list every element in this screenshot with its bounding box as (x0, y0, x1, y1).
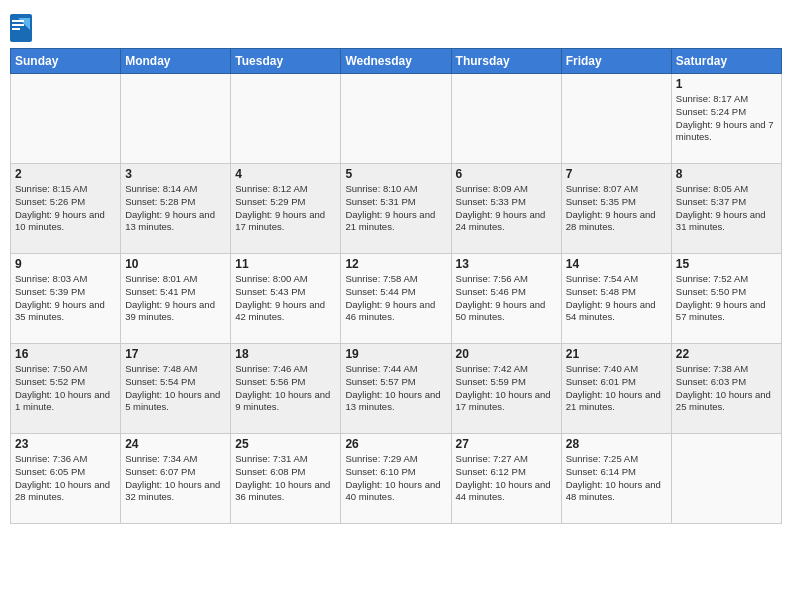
day-number: 28 (566, 437, 667, 451)
calendar-cell: 24Sunrise: 7:34 AM Sunset: 6:07 PM Dayli… (121, 434, 231, 524)
calendar-cell: 5Sunrise: 8:10 AM Sunset: 5:31 PM Daylig… (341, 164, 451, 254)
calendar-cell: 26Sunrise: 7:29 AM Sunset: 6:10 PM Dayli… (341, 434, 451, 524)
weekday-header-wednesday: Wednesday (341, 49, 451, 74)
day-info: Sunrise: 7:58 AM Sunset: 5:44 PM Dayligh… (345, 273, 446, 324)
week-row-3: 16Sunrise: 7:50 AM Sunset: 5:52 PM Dayli… (11, 344, 782, 434)
day-number: 17 (125, 347, 226, 361)
calendar-cell: 11Sunrise: 8:00 AM Sunset: 5:43 PM Dayli… (231, 254, 341, 344)
day-number: 13 (456, 257, 557, 271)
day-number: 23 (15, 437, 116, 451)
calendar-cell (451, 74, 561, 164)
logo (10, 14, 36, 42)
day-info: Sunrise: 7:50 AM Sunset: 5:52 PM Dayligh… (15, 363, 116, 414)
calendar-cell: 9Sunrise: 8:03 AM Sunset: 5:39 PM Daylig… (11, 254, 121, 344)
calendar-cell: 16Sunrise: 7:50 AM Sunset: 5:52 PM Dayli… (11, 344, 121, 434)
weekday-header-sunday: Sunday (11, 49, 121, 74)
logo-icon (10, 14, 32, 42)
day-info: Sunrise: 7:46 AM Sunset: 5:56 PM Dayligh… (235, 363, 336, 414)
day-info: Sunrise: 7:38 AM Sunset: 6:03 PM Dayligh… (676, 363, 777, 414)
day-info: Sunrise: 8:01 AM Sunset: 5:41 PM Dayligh… (125, 273, 226, 324)
calendar-cell: 14Sunrise: 7:54 AM Sunset: 5:48 PM Dayli… (561, 254, 671, 344)
day-number: 5 (345, 167, 446, 181)
day-info: Sunrise: 8:07 AM Sunset: 5:35 PM Dayligh… (566, 183, 667, 234)
calendar-cell: 4Sunrise: 8:12 AM Sunset: 5:29 PM Daylig… (231, 164, 341, 254)
calendar-cell: 21Sunrise: 7:40 AM Sunset: 6:01 PM Dayli… (561, 344, 671, 434)
svg-rect-4 (12, 28, 20, 30)
calendar-cell: 1Sunrise: 8:17 AM Sunset: 5:24 PM Daylig… (671, 74, 781, 164)
calendar-cell (671, 434, 781, 524)
day-info: Sunrise: 7:36 AM Sunset: 6:05 PM Dayligh… (15, 453, 116, 504)
day-number: 16 (15, 347, 116, 361)
calendar-cell (231, 74, 341, 164)
header (10, 10, 782, 42)
calendar-cell (561, 74, 671, 164)
day-info: Sunrise: 8:00 AM Sunset: 5:43 PM Dayligh… (235, 273, 336, 324)
day-info: Sunrise: 8:14 AM Sunset: 5:28 PM Dayligh… (125, 183, 226, 234)
weekday-header-tuesday: Tuesday (231, 49, 341, 74)
day-number: 24 (125, 437, 226, 451)
calendar-cell: 10Sunrise: 8:01 AM Sunset: 5:41 PM Dayli… (121, 254, 231, 344)
calendar-cell: 13Sunrise: 7:56 AM Sunset: 5:46 PM Dayli… (451, 254, 561, 344)
day-info: Sunrise: 7:34 AM Sunset: 6:07 PM Dayligh… (125, 453, 226, 504)
day-number: 27 (456, 437, 557, 451)
calendar-cell: 22Sunrise: 7:38 AM Sunset: 6:03 PM Dayli… (671, 344, 781, 434)
calendar-cell: 20Sunrise: 7:42 AM Sunset: 5:59 PM Dayli… (451, 344, 561, 434)
day-number: 3 (125, 167, 226, 181)
day-number: 8 (676, 167, 777, 181)
day-number: 14 (566, 257, 667, 271)
calendar-cell: 15Sunrise: 7:52 AM Sunset: 5:50 PM Dayli… (671, 254, 781, 344)
day-number: 19 (345, 347, 446, 361)
day-number: 2 (15, 167, 116, 181)
calendar-cell: 18Sunrise: 7:46 AM Sunset: 5:56 PM Dayli… (231, 344, 341, 434)
calendar-cell: 7Sunrise: 8:07 AM Sunset: 5:35 PM Daylig… (561, 164, 671, 254)
day-info: Sunrise: 8:12 AM Sunset: 5:29 PM Dayligh… (235, 183, 336, 234)
day-number: 20 (456, 347, 557, 361)
calendar-cell (121, 74, 231, 164)
day-info: Sunrise: 8:03 AM Sunset: 5:39 PM Dayligh… (15, 273, 116, 324)
week-row-1: 2Sunrise: 8:15 AM Sunset: 5:26 PM Daylig… (11, 164, 782, 254)
svg-rect-2 (12, 20, 24, 22)
day-info: Sunrise: 7:25 AM Sunset: 6:14 PM Dayligh… (566, 453, 667, 504)
day-number: 11 (235, 257, 336, 271)
day-info: Sunrise: 7:52 AM Sunset: 5:50 PM Dayligh… (676, 273, 777, 324)
calendar-cell (11, 74, 121, 164)
calendar-cell (341, 74, 451, 164)
calendar-cell: 2Sunrise: 8:15 AM Sunset: 5:26 PM Daylig… (11, 164, 121, 254)
weekday-header: SundayMondayTuesdayWednesdayThursdayFrid… (11, 49, 782, 74)
calendar-cell: 23Sunrise: 7:36 AM Sunset: 6:05 PM Dayli… (11, 434, 121, 524)
day-number: 1 (676, 77, 777, 91)
day-info: Sunrise: 7:56 AM Sunset: 5:46 PM Dayligh… (456, 273, 557, 324)
calendar-body: 1Sunrise: 8:17 AM Sunset: 5:24 PM Daylig… (11, 74, 782, 524)
week-row-2: 9Sunrise: 8:03 AM Sunset: 5:39 PM Daylig… (11, 254, 782, 344)
day-number: 4 (235, 167, 336, 181)
day-number: 21 (566, 347, 667, 361)
weekday-header-saturday: Saturday (671, 49, 781, 74)
calendar-cell: 6Sunrise: 8:09 AM Sunset: 5:33 PM Daylig… (451, 164, 561, 254)
day-number: 18 (235, 347, 336, 361)
weekday-header-thursday: Thursday (451, 49, 561, 74)
week-row-0: 1Sunrise: 8:17 AM Sunset: 5:24 PM Daylig… (11, 74, 782, 164)
day-info: Sunrise: 7:44 AM Sunset: 5:57 PM Dayligh… (345, 363, 446, 414)
day-number: 6 (456, 167, 557, 181)
calendar-cell: 27Sunrise: 7:27 AM Sunset: 6:12 PM Dayli… (451, 434, 561, 524)
day-number: 25 (235, 437, 336, 451)
svg-rect-3 (12, 24, 24, 26)
calendar-cell: 28Sunrise: 7:25 AM Sunset: 6:14 PM Dayli… (561, 434, 671, 524)
day-info: Sunrise: 7:54 AM Sunset: 5:48 PM Dayligh… (566, 273, 667, 324)
day-info: Sunrise: 8:09 AM Sunset: 5:33 PM Dayligh… (456, 183, 557, 234)
day-info: Sunrise: 7:42 AM Sunset: 5:59 PM Dayligh… (456, 363, 557, 414)
calendar-cell: 8Sunrise: 8:05 AM Sunset: 5:37 PM Daylig… (671, 164, 781, 254)
day-info: Sunrise: 8:10 AM Sunset: 5:31 PM Dayligh… (345, 183, 446, 234)
calendar-table: SundayMondayTuesdayWednesdayThursdayFrid… (10, 48, 782, 524)
day-number: 22 (676, 347, 777, 361)
calendar-cell: 25Sunrise: 7:31 AM Sunset: 6:08 PM Dayli… (231, 434, 341, 524)
weekday-header-friday: Friday (561, 49, 671, 74)
day-info: Sunrise: 7:29 AM Sunset: 6:10 PM Dayligh… (345, 453, 446, 504)
day-info: Sunrise: 7:27 AM Sunset: 6:12 PM Dayligh… (456, 453, 557, 504)
day-number: 10 (125, 257, 226, 271)
week-row-4: 23Sunrise: 7:36 AM Sunset: 6:05 PM Dayli… (11, 434, 782, 524)
calendar-cell: 19Sunrise: 7:44 AM Sunset: 5:57 PM Dayli… (341, 344, 451, 434)
calendar-cell: 12Sunrise: 7:58 AM Sunset: 5:44 PM Dayli… (341, 254, 451, 344)
day-info: Sunrise: 8:15 AM Sunset: 5:26 PM Dayligh… (15, 183, 116, 234)
day-info: Sunrise: 7:31 AM Sunset: 6:08 PM Dayligh… (235, 453, 336, 504)
